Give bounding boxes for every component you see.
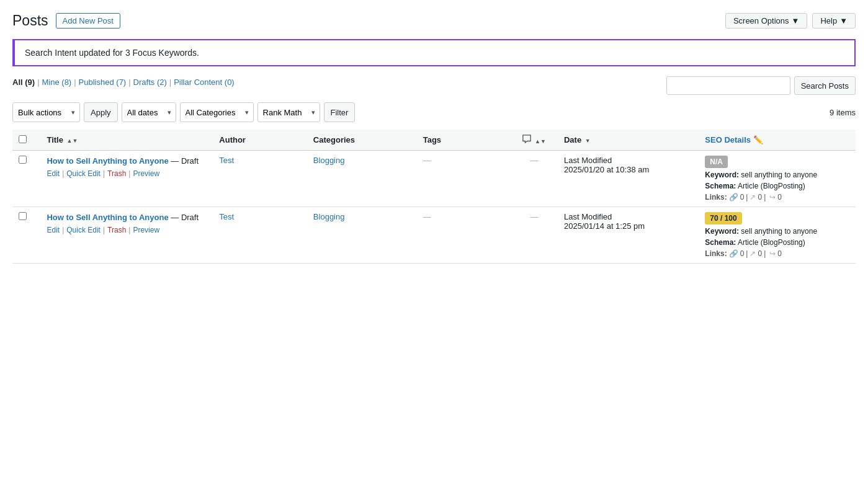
action-bar: Bulk actions Apply All dates All Categor… xyxy=(12,102,856,122)
items-count: 9 items xyxy=(830,108,856,117)
category-link-1[interactable]: Blogging xyxy=(313,156,345,165)
comments-sort-icon: ▲▼ xyxy=(535,139,546,144)
author-link-2[interactable]: Test xyxy=(219,212,234,221)
filter-published[interactable]: Published (7) xyxy=(79,78,127,87)
rank-math-select[interactable]: Rank Math xyxy=(257,102,320,122)
posts-table: Title ▲▼ Author Categories Tags xyxy=(12,130,856,264)
date-col-header[interactable]: Date ▼ xyxy=(558,130,699,151)
row-actions-2: Edit | Quick Edit | Trash | Preview xyxy=(47,226,207,234)
search-posts-input[interactable] xyxy=(666,76,790,95)
comments-value-2: — xyxy=(530,212,539,221)
dates-dropdown-wrap: All dates xyxy=(122,102,176,122)
chevron-down-icon: ▼ xyxy=(839,16,848,25)
filter-pillar-content[interactable]: Pillar Content (0) xyxy=(174,78,235,87)
comments-value-1: — xyxy=(530,156,539,165)
row-actions-1: Edit | Quick Edit | Trash | Preview xyxy=(47,169,207,178)
categories-dropdown-wrap: All Categories xyxy=(180,102,254,122)
comments-icon xyxy=(522,135,531,143)
quick-edit-link-1[interactable]: Quick Edit xyxy=(66,169,101,178)
trash-link-1[interactable]: Trash xyxy=(107,169,126,178)
filter-button[interactable]: Filter xyxy=(324,102,356,122)
external-link-icon-2: ↗ xyxy=(749,249,756,258)
filter-all[interactable]: All (9) xyxy=(12,78,35,87)
search-posts-button[interactable]: Search Posts xyxy=(794,76,856,95)
filter-links: All (9) | Mine (8) | Published (7) | Dra… xyxy=(12,78,235,87)
search-posts-area: Search Posts xyxy=(666,76,856,95)
seo-links-1: Links: 🔗 0 | ↗ 0 | ↪ 0 xyxy=(705,193,849,202)
seo-keyword-2: Keyword: sell anything to anyone xyxy=(705,227,849,236)
notice-text: Search Intent updated for 3 Focus Keywor… xyxy=(25,48,199,58)
table-row: How to Sell Anything to Anyone — Draft E… xyxy=(12,207,856,264)
other-link-icon-1: ↪ xyxy=(769,193,776,202)
page-title: Posts xyxy=(12,12,48,29)
edit-link-1[interactable]: Edit xyxy=(47,169,60,178)
seo-keyword-1: Keyword: sell anything to anyone xyxy=(705,171,849,179)
title-sort-icon: ▲▼ xyxy=(67,138,78,144)
seo-links-2: Links: 🔗 0 | ↗ 0 | ↪ 0 xyxy=(705,249,849,258)
add-new-post-button[interactable]: Add New Post xyxy=(56,13,120,29)
date-sort-icon: ▼ xyxy=(585,138,591,144)
date-label-1: Last Modified2025/01/20 at 10:38 am xyxy=(564,156,649,174)
internal-link-icon-2: 🔗 xyxy=(729,249,738,258)
seo-schema-2: Schema: Article (BlogPosting) xyxy=(705,238,849,247)
help-label: Help xyxy=(820,16,837,25)
post-status-1: — Draft xyxy=(169,156,199,166)
post-status-2: — Draft xyxy=(169,213,199,222)
edit-link-2[interactable]: Edit xyxy=(47,226,60,234)
tags-col-header: Tags xyxy=(417,130,511,151)
external-link-icon-1: ↗ xyxy=(749,193,756,202)
tags-value-1: — xyxy=(423,156,431,165)
author-link-1[interactable]: Test xyxy=(219,156,234,165)
search-intent-notice: Search Intent updated for 3 Focus Keywor… xyxy=(12,39,856,66)
seo-schema-1: Schema: Article (BlogPosting) xyxy=(705,182,849,190)
row-checkbox-1[interactable] xyxy=(19,156,27,164)
apply-button[interactable]: Apply xyxy=(84,102,118,122)
trash-link-2[interactable]: Trash xyxy=(107,226,126,234)
filter-drafts[interactable]: Drafts (2) xyxy=(133,78,167,87)
screen-options-button[interactable]: Screen Options ▼ xyxy=(725,13,807,29)
chevron-down-icon: ▼ xyxy=(792,16,800,25)
author-col-header: Author xyxy=(213,130,307,151)
post-title-link-1[interactable]: How to Sell Anything to Anyone xyxy=(47,156,168,166)
filter-mine[interactable]: Mine (8) xyxy=(42,78,72,87)
seo-badge-score-2: 70 / 100 xyxy=(705,212,741,224)
tags-value-2: — xyxy=(423,212,431,221)
seo-badge-na-1: N/A xyxy=(705,156,728,168)
title-col-label: Title xyxy=(47,135,63,144)
bulk-actions-select[interactable]: Bulk actions xyxy=(12,102,80,122)
post-title-link-2[interactable]: How to Sell Anything to Anyone xyxy=(47,213,168,222)
bulk-actions-dropdown-wrap: Bulk actions xyxy=(12,102,80,122)
rank-math-dropdown-wrap: Rank Math xyxy=(257,102,320,122)
categories-select[interactable]: All Categories xyxy=(180,102,254,122)
internal-link-icon-1: 🔗 xyxy=(729,193,738,202)
preview-link-1[interactable]: Preview xyxy=(133,169,159,178)
seo-details-col-header: SEO Details ✏️ xyxy=(699,130,856,151)
category-link-2[interactable]: Blogging xyxy=(313,212,345,221)
date-label-2: Last Modified2025/01/14 at 1:25 pm xyxy=(564,212,645,231)
select-all-header xyxy=(12,130,40,151)
title-col-header[interactable]: Title ▲▼ xyxy=(40,130,213,151)
other-link-icon-2: ↪ xyxy=(769,249,776,258)
categories-col-header: Categories xyxy=(307,130,417,151)
seo-edit-icon[interactable]: ✏️ xyxy=(753,135,763,144)
select-all-checkbox[interactable] xyxy=(19,135,27,143)
comments-col-header[interactable]: ▲▼ xyxy=(511,130,558,151)
dates-select[interactable]: All dates xyxy=(122,102,176,122)
table-row: How to Sell Anything to Anyone — Draft E… xyxy=(12,151,856,207)
screen-options-label: Screen Options xyxy=(733,16,789,25)
row-checkbox-2[interactable] xyxy=(19,212,27,220)
preview-link-2[interactable]: Preview xyxy=(133,226,159,234)
quick-edit-link-2[interactable]: Quick Edit xyxy=(66,226,101,234)
help-button[interactable]: Help ▼ xyxy=(812,13,856,29)
